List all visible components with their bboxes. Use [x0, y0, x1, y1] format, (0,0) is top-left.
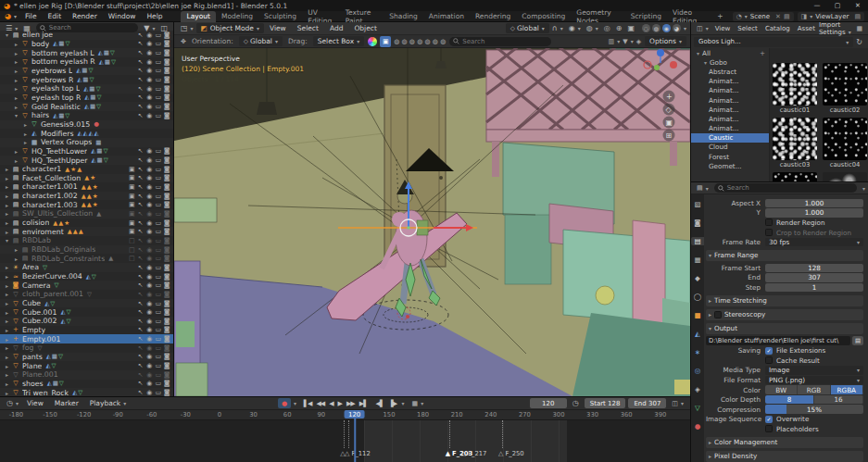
hide-toggle[interactable]: ◉ [145, 94, 155, 101]
viewport-menu-object[interactable]: Object [348, 24, 382, 32]
view-options-icon[interactable]: ◫▾ [669, 400, 686, 407]
asset-thumbnail[interactable] [823, 118, 867, 160]
selectable-toggle[interactable]: ↖ [136, 326, 145, 333]
frame-end-field[interactable]: End 307 [628, 398, 666, 408]
selectable-toggle[interactable]: ↖ [136, 49, 145, 56]
section-checkbox[interactable] [714, 311, 722, 318]
shield-icon[interactable]: ◈ [636, 38, 641, 45]
drag-mode-dropdown[interactable]: Select Box▾ [313, 36, 364, 46]
expand-arrow-icon[interactable]: ▸ [12, 256, 20, 262]
marker-triangle-icon[interactable]: △ [498, 450, 503, 457]
outliner-row[interactable]: ▸▽bottom eyelash L◭▦▽↖◉▭◙ [0, 48, 173, 57]
viewport-toggle[interactable]: ▭ [154, 264, 163, 271]
hide-toggle[interactable]: ◉ [145, 371, 155, 379]
asset-thumbnail[interactable] [773, 118, 817, 160]
viewport-toggle[interactable]: ▭ [154, 219, 163, 227]
jump-next-frame-button[interactable]: ▐▶ [386, 400, 399, 407]
asset-item-caustic03[interactable]: caustic03 [773, 118, 817, 169]
workspace-tab-modeling[interactable]: Modeling [216, 11, 258, 22]
section-stereoscopy[interactable]: ▸Stereoscopy [706, 309, 863, 320]
workspace-tab-video-editing[interactable]: Video Editing [667, 11, 711, 22]
hide-toggle[interactable]: ◉ [145, 344, 155, 352]
expand-arrow-icon[interactable]: ▸ [3, 390, 11, 396]
timeline-marker-f_250[interactable]: △F_250 [498, 450, 524, 457]
expand-arrow-icon[interactable]: ▸ [12, 85, 20, 92]
selectable-toggle[interactable]: ↖ [136, 174, 145, 181]
hide-toggle[interactable]: ◉ [145, 318, 155, 325]
render-toggle[interactable]: ◙ [163, 49, 172, 56]
next-keyframe-button[interactable]: ▶▶ [344, 400, 357, 407]
expand-arrow-icon[interactable]: ▸ [12, 94, 20, 101]
yellow-ball[interactable] [596, 286, 614, 305]
viewport-toggle[interactable]: ▭ [154, 85, 163, 93]
render-toggle[interactable]: ◙ [163, 264, 172, 271]
outliner-row[interactable]: ▸▽Plane◭▽↖◉▭◙ [0, 361, 173, 370]
render-toggle[interactable]: ◙ [163, 31, 172, 39]
render-toggle[interactable]: ◙ [163, 237, 172, 244]
matcap-icons[interactable]: ◍ ◍ ◍ ◍ ◍ ◍ ◍ [394, 38, 446, 45]
active-tool-icon[interactable]: ▣ [380, 36, 391, 47]
collection-checkbox[interactable]: ▣ [128, 210, 137, 218]
viewport-toggle[interactable]: ▭ [154, 112, 163, 119]
collection-checkbox[interactable]: ▣ [128, 193, 137, 200]
expand-arrow-icon[interactable]: ▸ [12, 41, 20, 47]
hide-toggle[interactable]: ◉ [145, 49, 155, 56]
render-toggle[interactable]: ◙ [163, 353, 172, 360]
viewport-menu-select[interactable]: Select [292, 24, 324, 32]
menu-edit[interactable]: Edit [43, 12, 68, 20]
expand-arrow-icon[interactable]: ▸ [3, 183, 11, 190]
outliner-row[interactable]: ▸▤character1▲★▲▣↖◉▭◙ [0, 165, 173, 174]
render-toggle[interactable]: ◙ [163, 219, 172, 227]
outliner-row[interactable]: ▸▤RBDLab_Originals□↖◉▭◙ [0, 245, 173, 255]
segment-option-8[interactable]: 8 [765, 395, 814, 405]
expand-arrow-icon[interactable]: ▸ [3, 202, 11, 208]
viewport-search-input[interactable]: Search [449, 37, 551, 46]
shading-solid-icon[interactable]: ◍ [652, 24, 660, 32]
viewport-toggle[interactable]: ▭ [154, 174, 163, 181]
hide-toggle[interactable]: ◉ [145, 237, 155, 244]
outliner-row[interactable]: ▸▽body◭▦▽↖◉▭◙ [0, 40, 173, 49]
outliner-row[interactable]: ▸▤colision▲▲★▣↖◉▭◙ [0, 219, 173, 228]
tab-render[interactable]: ◙ [691, 219, 704, 227]
editor-type-icon[interactable]: ▤▾ [694, 184, 711, 192]
workspace-tab-shading[interactable]: Shading [384, 11, 422, 22]
tool-orientation-dropdown[interactable]: ⬦Global▾ [239, 36, 283, 46]
outliner-row[interactable]: ▸▽cloth_parent.001▽↖◉▭◙ [0, 290, 173, 299]
scene-new-icon[interactable]: ▤ [784, 13, 790, 20]
viewport-toggle[interactable]: ▭ [154, 103, 163, 110]
expand-arrow-icon[interactable]: ▸ [12, 246, 20, 253]
pan-hand-icon[interactable]: ◇ [666, 106, 673, 114]
render-toggle[interactable]: ◙ [163, 174, 172, 181]
section-color-management[interactable]: ▸Color Management [706, 437, 863, 448]
render-toggle[interactable]: ◙ [163, 291, 172, 298]
transform-orientation-dropdown[interactable]: ⬦Global▾ [506, 23, 549, 33]
workspace-tab-geometry-nodes[interactable]: Geometry Nodes [571, 11, 624, 22]
selectable-toggle[interactable]: ↖ [136, 344, 145, 352]
menu-help[interactable]: Help [141, 12, 168, 20]
collection-checkbox[interactable]: ▣ [128, 183, 137, 191]
expand-arrow-icon[interactable]: ▸ [3, 175, 11, 181]
color-wheel-icon[interactable] [368, 37, 377, 46]
tab-material[interactable]: ● [691, 422, 704, 431]
tab-world[interactable]: ◯ [691, 293, 704, 301]
viewport-toggle[interactable]: ▭ [154, 326, 163, 333]
select-field[interactable]: Image▾ [765, 366, 863, 375]
viewport-toggle[interactable]: ▭ [154, 273, 163, 281]
selectable-toggle[interactable]: ↖ [136, 362, 145, 369]
mode-dropdown[interactable]: ◩Object Mode▾ [196, 23, 264, 33]
workspace-tab-+[interactable]: + [711, 11, 728, 22]
asset-item[interactable] [823, 172, 867, 181]
hide-toggle[interactable]: ◉ [145, 335, 155, 343]
hide-toggle[interactable]: ◉ [145, 380, 155, 387]
overlays-icon[interactable]: ◎ [601, 24, 613, 32]
outliner-row[interactable]: ▸▽eyelash top L◭▦▽↖◉▭◙ [0, 84, 173, 94]
slider-field[interactable]: 15% [765, 405, 863, 414]
viewport-toggle[interactable]: ▭ [154, 237, 163, 244]
marker-triangle-icon[interactable]: △ [461, 450, 466, 457]
workspace-tab-scripting[interactable]: Scripting [625, 11, 667, 22]
expand-arrow-icon[interactable]: ▾ [12, 112, 20, 119]
render-toggle[interactable]: ◙ [163, 58, 172, 66]
asset-thumbnail[interactable] [773, 172, 817, 181]
selectable-toggle[interactable]: ↖ [136, 58, 145, 66]
workspace-tab-uv-editing[interactable]: UV Editing [302, 11, 340, 22]
